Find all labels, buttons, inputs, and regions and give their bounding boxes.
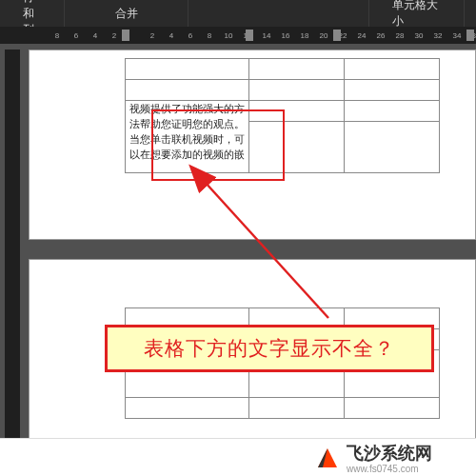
ruler-tick: 10 <box>219 31 238 40</box>
document-workspace: 视频提供了功能强大的方 法帮助您证明您的观点。 当您单击联机视频时，可 以在想要… <box>0 44 476 476</box>
page-1[interactable]: 视频提供了功能强大的方 法帮助您证明您的观点。 当您单击联机视频时，可 以在想要… <box>29 50 476 240</box>
cell-text-line: 以在想要添加的视频的嵌 <box>126 147 248 162</box>
callout-text: 表格下方的文字显示不全？ <box>144 335 395 362</box>
ruler-tick: 2 <box>105 31 124 40</box>
column-handle[interactable] <box>122 30 129 41</box>
logo-icon <box>314 445 341 471</box>
table-cell[interactable] <box>345 398 440 419</box>
ruler-tick: 16 <box>276 31 295 40</box>
footer-watermark: 飞沙系统网 www.fs0745.com <box>0 438 476 476</box>
tab-spacer <box>188 0 369 27</box>
table-cell[interactable] <box>126 59 249 80</box>
ruler-tick: 8 <box>48 31 67 40</box>
table-cell[interactable] <box>249 398 345 419</box>
table-cell[interactable] <box>249 59 345 80</box>
ruler-tick: 34 <box>447 31 466 40</box>
ruler-tick: 4 <box>162 31 181 40</box>
ruler-tick: 2 <box>143 31 162 40</box>
callout-box: 表格下方的文字显示不全？ <box>105 325 434 372</box>
table-page1[interactable]: 视频提供了功能强大的方 法帮助您证明您的观点。 当您单击联机视频时，可 以在想要… <box>125 58 440 173</box>
ruler-tick: 24 <box>352 31 371 40</box>
horizontal-ruler[interactable]: 8642246810121416182022242628303234363840 <box>0 27 476 44</box>
table-cell[interactable] <box>249 122 345 173</box>
table-cell[interactable] <box>345 80 440 101</box>
column-handle[interactable] <box>466 30 474 41</box>
vertical-ruler[interactable] <box>5 50 20 476</box>
table-cell[interactable] <box>249 80 345 101</box>
cell-text-line: 当您单击联机视频时，可 <box>126 131 248 147</box>
table-cell[interactable] <box>345 59 440 80</box>
table-row: 视频提供了功能强大的方 法帮助您证明您的观点。 当您单击联机视频时，可 以在想要… <box>126 101 440 122</box>
cell-text-line: 法帮助您证明您的观点。 <box>126 116 248 131</box>
tab-row-col[interactable]: 行和列 <box>0 0 65 27</box>
table-cell[interactable] <box>126 398 249 419</box>
tab-cellsize[interactable]: 单元格大小 <box>369 0 465 27</box>
ruler-tick: 28 <box>390 31 409 40</box>
ruler-tick: 32 <box>428 31 447 40</box>
footer-logo: 飞沙系统网 www.fs0745.com <box>314 442 432 474</box>
table-row <box>126 398 440 419</box>
text-cell[interactable]: 视频提供了功能强大的方 法帮助您证明您的观点。 当您单击联机视频时，可 以在想要… <box>126 101 249 173</box>
ruler-tick: 6 <box>67 31 86 40</box>
table-cell[interactable] <box>345 122 440 173</box>
top-tabbar: 行和列 合并 单元格大小 <box>0 0 476 27</box>
tab-merge-group[interactable]: 合并 <box>65 0 188 27</box>
ruler-tick: 8 <box>200 31 219 40</box>
column-handle[interactable] <box>246 30 253 41</box>
table-cell[interactable] <box>249 101 345 122</box>
ruler-tick: 14 <box>257 31 276 40</box>
footer-name: 飞沙系统网 <box>347 442 432 465</box>
tab-merge-label: 合并 <box>115 6 138 22</box>
cell-text-line: 视频提供了功能强大的方 <box>126 101 248 116</box>
table-cell[interactable] <box>126 80 249 101</box>
table-row <box>126 80 440 101</box>
table-row <box>126 59 440 80</box>
table-cell[interactable] <box>345 101 440 122</box>
column-handle[interactable] <box>333 30 341 41</box>
ruler-tick: 18 <box>295 31 314 40</box>
tab-cellsize-label: 单元格大小 <box>392 0 441 30</box>
ruler-tick: 4 <box>86 31 105 40</box>
ruler-tick: 20 <box>314 31 333 40</box>
footer-url: www.fs0745.com <box>347 464 432 474</box>
ruler-tick: 26 <box>371 31 390 40</box>
ruler-tick: 6 <box>181 31 200 40</box>
ruler-tick: 30 <box>409 31 428 40</box>
